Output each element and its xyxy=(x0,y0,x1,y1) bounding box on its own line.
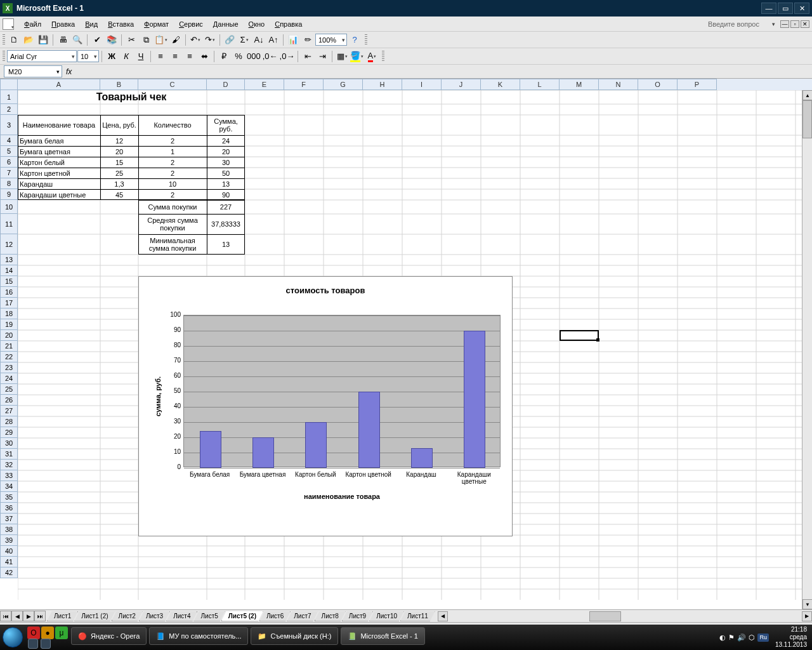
tray-lang[interactable]: Ru xyxy=(757,633,769,642)
scroll-up-button[interactable]: ▲ xyxy=(802,90,812,100)
table-cell[interactable]: Бумага белая xyxy=(18,135,100,146)
row-header-29[interactable]: 29 xyxy=(0,427,18,438)
cells-area[interactable]: Товарный чекНаименование товараЦена, руб… xyxy=(18,90,802,609)
sheet-tab[interactable]: Лист11 xyxy=(400,611,435,621)
tab-nav-next[interactable]: ▶ xyxy=(23,611,34,621)
ql-app-icon[interactable]: ● xyxy=(41,627,54,639)
col-header-I[interactable]: I xyxy=(402,79,442,90)
menu-Файл[interactable]: Файл xyxy=(19,19,46,29)
row-header-41[interactable]: 41 xyxy=(0,557,18,567)
start-button[interactable] xyxy=(0,625,25,650)
sheet-tab[interactable]: Лист4 xyxy=(166,611,197,621)
sheet-tab[interactable]: Лист5 (2) xyxy=(221,611,263,621)
row-header-2[interactable]: 2 xyxy=(0,104,18,115)
table-cell[interactable]: 1,3 xyxy=(100,178,138,189)
row-header-7[interactable]: 7 xyxy=(0,168,18,178)
sheet-tab[interactable]: Лист5 xyxy=(193,611,225,621)
currency-button[interactable]: ₽ xyxy=(217,50,231,63)
maximize-button[interactable]: ▭ xyxy=(778,3,793,14)
table-header[interactable]: Сумма, руб. xyxy=(207,115,245,135)
row-header-21[interactable]: 21 xyxy=(0,341,18,352)
taskbar-button[interactable]: 🔴Яндекс - Opera xyxy=(71,627,147,645)
table-cell[interactable]: 2 xyxy=(138,168,207,178)
minimize-button[interactable]: — xyxy=(761,3,776,14)
sub-close-button[interactable]: ✕ xyxy=(801,20,809,28)
table-cell[interactable]: 30 xyxy=(207,157,245,168)
table-cell[interactable]: 1 xyxy=(138,146,207,157)
row-header-13[interactable]: 13 xyxy=(0,255,18,265)
row-header-11[interactable]: 11 xyxy=(0,214,18,234)
font-color-button[interactable]: A xyxy=(365,50,379,63)
row-header-35[interactable]: 35 xyxy=(0,492,18,503)
chart-bar[interactable] xyxy=(200,431,221,468)
align-left-button[interactable]: ≡ xyxy=(154,50,167,63)
chart-bar[interactable] xyxy=(464,331,485,468)
taskbar-button[interactable]: 📁Съемный диск (H:) xyxy=(251,627,338,645)
sheet-tab[interactable]: Лист8 xyxy=(315,611,346,621)
menu-Сервис[interactable]: Сервис xyxy=(174,19,208,29)
zoom-combo[interactable]: 100% xyxy=(315,34,347,46)
row-header-32[interactable]: 32 xyxy=(0,460,18,470)
increase-decimal-button[interactable]: ,0← xyxy=(262,50,278,63)
row-header-40[interactable]: 40 xyxy=(0,546,18,557)
row-header-34[interactable]: 34 xyxy=(0,481,18,492)
sort-asc-button[interactable]: A↓ xyxy=(252,33,266,47)
row-header-17[interactable]: 17 xyxy=(0,298,18,308)
row-header-31[interactable]: 31 xyxy=(0,449,18,460)
sort-desc-button[interactable]: A↑ xyxy=(266,33,280,47)
row-header-6[interactable]: 6 xyxy=(0,157,18,168)
table-cell[interactable]: Бумага цветная xyxy=(18,146,100,157)
row-header-38[interactable]: 38 xyxy=(0,524,18,535)
chart-bar[interactable] xyxy=(305,422,327,468)
summary-label[interactable]: Минимальная сумма покупки xyxy=(138,234,207,255)
menu-Правка[interactable]: Правка xyxy=(46,19,80,29)
row-header-4[interactable]: 4 xyxy=(0,135,18,146)
help-button[interactable]: ? xyxy=(348,33,362,47)
bold-button[interactable]: Ж xyxy=(105,50,119,63)
table-cell[interactable]: 10 xyxy=(138,178,207,189)
tab-nav-last[interactable]: ⏭ xyxy=(34,611,46,621)
increase-indent-button[interactable]: ⇥ xyxy=(315,50,329,63)
decrease-decimal-button[interactable]: ,0→ xyxy=(279,50,296,63)
system-tray[interactable]: ◐ ⚑ 🔊 ⬡ Ru 21:18 среда 13.11.2013 xyxy=(714,625,812,650)
ql-opera-icon[interactable]: O xyxy=(27,627,40,639)
menu-Справка[interactable]: Справка xyxy=(270,19,307,29)
row-header-30[interactable]: 30 xyxy=(0,438,18,449)
table-cell[interactable]: 24 xyxy=(207,135,245,146)
borders-button[interactable]: ▦ xyxy=(335,50,349,63)
menu-Данные[interactable]: Данные xyxy=(208,19,244,29)
row-header-37[interactable]: 37 xyxy=(0,514,18,524)
summary-label[interactable]: Сумма покупки xyxy=(138,200,207,214)
table-cell[interactable]: 12 xyxy=(100,135,138,146)
row-header-22[interactable]: 22 xyxy=(0,352,18,362)
undo-button[interactable]: ↶ xyxy=(188,33,202,47)
tray-icon[interactable]: ⚑ xyxy=(728,633,735,642)
research-button[interactable]: 📚 xyxy=(105,33,119,47)
sheet-tab[interactable]: Лист2 xyxy=(112,611,143,621)
paste-button[interactable]: 📋 xyxy=(154,33,168,47)
table-header[interactable]: Количество xyxy=(138,115,207,135)
merge-center-button[interactable]: ⬌ xyxy=(197,50,211,63)
tab-nav-first[interactable]: ⏮ xyxy=(0,611,11,621)
sheet-tab[interactable]: Лист3 xyxy=(139,611,170,621)
title-cell[interactable]: Товарный чек xyxy=(18,90,245,104)
scroll-left-button[interactable]: ◀ xyxy=(438,611,448,621)
copy-button[interactable]: ⧉ xyxy=(139,33,153,47)
row-header-15[interactable]: 15 xyxy=(0,276,18,287)
row-header-27[interactable]: 27 xyxy=(0,406,18,416)
row-header-9[interactable]: 9 xyxy=(0,189,18,200)
table-header[interactable]: Цена, руб. xyxy=(100,115,138,135)
col-header-A[interactable]: A xyxy=(18,79,100,90)
summary-value[interactable]: 13 xyxy=(207,234,245,255)
cut-button[interactable]: ✂ xyxy=(124,33,138,47)
italic-button[interactable]: К xyxy=(119,50,133,63)
col-header-F[interactable]: F xyxy=(284,79,324,90)
tray-icon[interactable]: ⬡ xyxy=(749,633,755,642)
row-header-3[interactable]: 3 xyxy=(0,115,18,135)
row-header-25[interactable]: 25 xyxy=(0,384,18,395)
embedded-chart[interactable]: стоимость товаров0102030405060708090100Б… xyxy=(138,276,513,536)
comma-button[interactable]: 000 xyxy=(246,50,261,63)
row-header-10[interactable]: 10 xyxy=(0,200,18,214)
sheet-tab[interactable]: Лист6 xyxy=(259,611,291,621)
font-name-combo[interactable]: Arial Cyr xyxy=(7,50,77,62)
